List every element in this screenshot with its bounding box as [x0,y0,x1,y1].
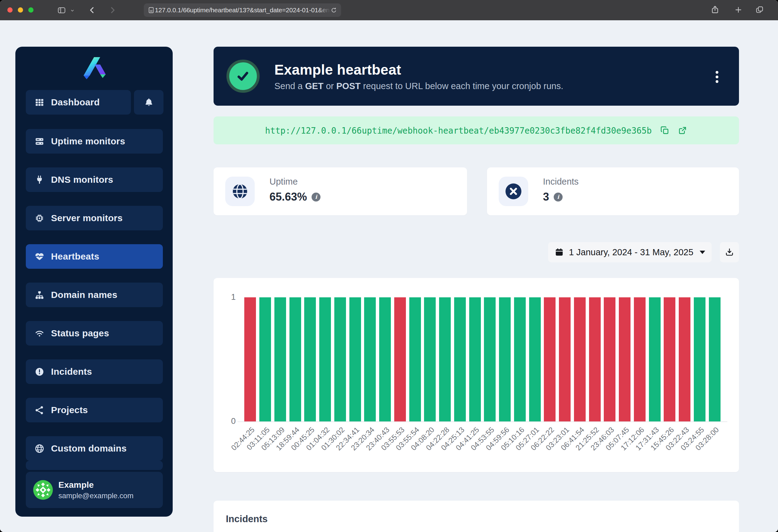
chart-bar[interactable] [290,297,301,422]
bell-icon [144,97,154,107]
chart-bar[interactable] [454,297,466,422]
sidebar-item-server-monitors[interactable]: Server monitors [26,206,163,231]
status-check-icon [226,60,260,93]
sidebar-item-domain-names[interactable]: Domain names [26,283,163,307]
sidebar-item-label: DNS monitors [51,174,113,185]
chevron-down-icon[interactable] [70,8,75,13]
app-logo[interactable] [79,54,109,82]
info-icon[interactable]: i [554,193,563,201]
heart-pulse-icon [34,252,45,262]
dashboard-row: Dashboard [15,90,173,114]
sidebar-item-label: Status pages [51,328,109,339]
page-subtitle: Send a GET or POST request to URL below … [275,81,563,91]
chart-bar[interactable] [379,297,391,422]
chart-plot-area [243,297,722,422]
webhook-url[interactable]: http://127.0.0.1/66uptime/webhook-heartb… [265,125,652,136]
chart-bar[interactable] [634,297,645,422]
stat-label: Incidents [543,177,578,187]
sidebar-item-partial[interactable] [26,461,163,470]
chart-bar[interactable] [334,297,346,422]
chart-bar[interactable] [275,297,286,422]
tab-overview-icon[interactable] [755,6,764,14]
chart-bar[interactable] [664,297,675,422]
chart-bar[interactable] [424,297,436,422]
wifi-icon [34,328,45,339]
incidents-section: Incidents [214,501,739,532]
share-nodes-icon [34,405,45,415]
chart-bar[interactable] [559,297,570,422]
copy-icon[interactable] [660,125,670,135]
refresh-icon[interactable] [330,7,337,14]
chart-bar[interactable] [409,297,421,422]
heartbeat-chart-card: 1 0 02:44:2503:11:0505:13:0918:59:4400:4… [214,278,739,472]
chart-bar[interactable] [529,297,541,422]
circle-xmark-icon [499,177,528,206]
external-link-icon[interactable] [678,125,687,135]
sidebar-item-label: Uptime monitors [51,136,125,147]
chart-bar[interactable] [514,297,526,422]
x-axis-line [237,422,727,422]
sitemap-icon [34,290,45,300]
sidebar-item-uptime-monitors[interactable]: Uptime monitors [26,129,163,154]
address-bar[interactable]: 127.0.0.1/66uptime/heartbeat/13?&start_d… [144,3,341,17]
date-range-picker[interactable]: 1 January, 2024 - 31 May, 2025 [548,242,712,262]
chart-bar[interactable] [499,297,511,422]
zoom-window-button[interactable] [28,7,33,13]
chart-bar[interactable] [439,297,451,422]
chart-bar[interactable] [304,297,316,422]
share-icon[interactable] [710,5,720,14]
chart-bar[interactable] [394,297,406,422]
incidents-stat-card: Incidents 3 i [487,167,739,215]
chart-bar[interactable] [364,297,376,422]
chart-bar[interactable] [694,297,705,422]
date-range-label: 1 January, 2024 - 31 May, 2025 [569,247,693,257]
sidebar-item-label: Custom domains [51,443,127,454]
chart-bar[interactable] [469,297,481,422]
chart-bar[interactable] [619,297,630,422]
chart-bar[interactable] [589,297,601,422]
sidebar-item-custom-domains[interactable]: Custom domains [26,436,163,461]
avatar [33,480,53,500]
chart-bar[interactable] [649,297,660,422]
chart-bar[interactable] [604,297,615,422]
download-icon [725,248,734,257]
chart-bar[interactable] [544,297,555,422]
chart-bar[interactable] [349,297,361,422]
user-profile[interactable]: Example sample@example.com [26,472,163,508]
stat-label: Uptime [269,177,320,187]
info-icon[interactable]: i [312,193,320,201]
table-cells-icon [34,97,45,107]
calendar-icon [555,248,564,257]
sidebar-item-label: Heartbeats [51,251,99,262]
sidebar-toggle-icon[interactable] [57,6,66,15]
user-name: Example [58,480,133,490]
sidebar-item-dns-monitors[interactable]: DNS monitors [26,167,163,192]
chart-bar[interactable] [319,297,331,422]
forward-button[interactable] [108,6,117,14]
chart-bar[interactable] [259,297,271,422]
notifications-button[interactable] [134,90,163,114]
sidebar-item-dashboard[interactable]: Dashboard [26,90,131,114]
sidebar-item-incidents[interactable]: Incidents [26,359,163,384]
chart-bar[interactable] [574,297,586,422]
sidebar-item-status-pages[interactable]: Status pages [26,321,163,346]
chart-bar[interactable] [679,297,690,422]
new-tab-icon[interactable] [734,6,743,14]
sidebar-item-projects[interactable]: Projects [26,398,163,422]
heartbeat-header-card: Example heartbeat Send a GET or POST req… [214,47,739,106]
chart-bar[interactable] [709,297,720,422]
sidebar: Dashboard Uptime monitorsDNS monitorsSer… [15,47,173,517]
back-button[interactable] [88,6,96,14]
page-settings-icon[interactable] [148,6,155,14]
chart-bar[interactable] [244,297,256,422]
sidebar-item-heartbeats[interactable]: Heartbeats [26,244,163,269]
kebab-menu-icon[interactable] [711,69,723,85]
server-icon [34,137,45,147]
download-button[interactable] [720,242,739,262]
browser-window: 127.0.0.1/66uptime/heartbeat/13?&start_d… [0,0,778,532]
x-axis-labels: 02:44:2503:11:0505:13:0918:59:4400:45:25… [243,425,722,468]
close-window-button[interactable] [7,7,13,13]
minimize-window-button[interactable] [18,7,23,13]
stat-value: 3 [543,190,549,203]
chart-bar[interactable] [484,297,495,422]
